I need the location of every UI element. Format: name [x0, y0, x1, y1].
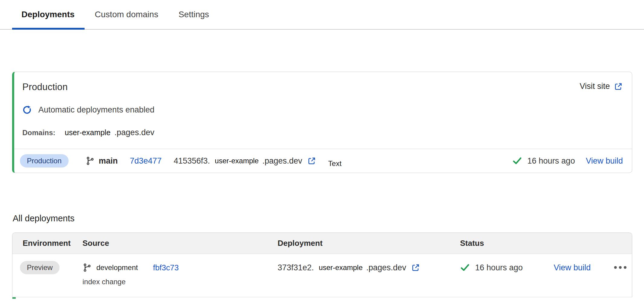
- deployment-time: 16 hours ago: [527, 156, 575, 166]
- production-deployment-row: Production main 7d3e477 415356f3. user-e…: [14, 149, 632, 173]
- domains-label: Domains:: [22, 129, 55, 137]
- deployment-domain: user-example: [215, 157, 259, 165]
- deployment-domain: user-example: [319, 263, 362, 272]
- branch-name: main: [99, 156, 118, 166]
- column-header-source: Source: [82, 239, 278, 248]
- commit-hash-link[interactable]: 7d3e477: [130, 156, 162, 166]
- tab-deployments[interactable]: Deployments: [21, 10, 75, 29]
- success-check-icon: [512, 156, 522, 166]
- next-row-accent: [12, 297, 16, 299]
- automatic-deployments-text: Automatic deployments enabled: [38, 105, 154, 115]
- git-branch-icon: [85, 156, 95, 165]
- tab-custom-domains[interactable]: Custom domains: [95, 10, 158, 29]
- table-header: Environment Source Deployment Status: [12, 233, 632, 254]
- deployment-suffix: .pages.dev: [262, 156, 302, 166]
- view-build-link[interactable]: View build: [586, 156, 623, 166]
- table-row: Preview development fbf3c73 index change: [12, 254, 632, 297]
- column-header-status: Status: [460, 239, 554, 248]
- production-card: Production Visit site Automa: [12, 72, 632, 173]
- commit-message: Text: [328, 159, 342, 168]
- success-check-icon: [460, 263, 470, 272]
- visit-site-link[interactable]: Visit site: [580, 82, 623, 91]
- tab-settings[interactable]: Settings: [179, 10, 209, 29]
- column-header-deployment: Deployment: [278, 239, 460, 248]
- overflow-menu-icon[interactable]: [614, 266, 632, 269]
- deployment-suffix: .pages.dev: [366, 263, 406, 272]
- environment-badge: Preview: [20, 261, 60, 274]
- tab-bar: Deployments Custom domains Settings: [0, 0, 644, 30]
- commit-message: index change: [82, 278, 278, 286]
- column-header-environment: Environment: [12, 239, 82, 248]
- visit-site-label: Visit site: [580, 82, 610, 91]
- deployment-id: 373f31e2.: [278, 263, 314, 272]
- external-link-icon[interactable]: [307, 156, 316, 165]
- deployments-table: Environment Source Deployment Status Pre…: [12, 233, 632, 297]
- deployment-time: 16 hours ago: [475, 263, 523, 272]
- deployment-id: 415356f3.: [174, 156, 210, 166]
- domain-suffix: .pages.dev: [114, 128, 154, 137]
- branch-name: development: [96, 263, 138, 272]
- production-card-title: Production: [22, 82, 68, 93]
- environment-badge: Production: [20, 154, 69, 168]
- view-build-link[interactable]: View build: [554, 263, 591, 272]
- commit-hash-link[interactable]: fbf3c73: [153, 263, 179, 272]
- domains-row: Domains: user-example .pages.dev: [22, 128, 623, 137]
- automatic-deployments-status: Automatic deployments enabled: [22, 105, 623, 115]
- domain-name: user-example: [65, 128, 110, 137]
- refresh-icon: [22, 105, 32, 115]
- external-link-icon[interactable]: [411, 263, 420, 272]
- external-link-icon: [614, 82, 623, 91]
- all-deployments-heading: All deployments: [13, 213, 644, 223]
- git-branch-icon: [82, 263, 92, 272]
